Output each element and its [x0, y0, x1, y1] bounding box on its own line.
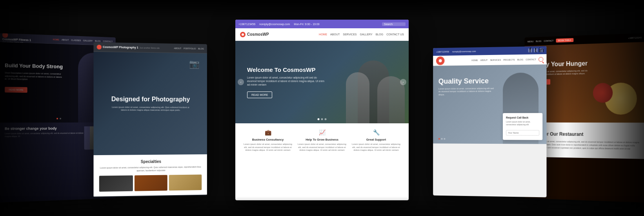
- cosmos-hero-cta[interactable]: READ MORE: [247, 92, 272, 98]
- cosmos-nav: CosmosWP HOME ABOUT SERVICES GALLERY BLO…: [235, 28, 409, 41]
- cosmos-search[interactable]: Search: [382, 22, 406, 26]
- main-scene: CosmosWP Fitness 1 Just another Demo sit…: [0, 0, 644, 216]
- service-1-desc: Lorem ipsum dolor sit amet, consectetur …: [243, 143, 293, 152]
- photo-hero-desc: Lorem ipsum dolor sit amet, consectetur …: [111, 106, 190, 112]
- restaurant-nav-blog[interactable]: BLOG: [536, 40, 542, 42]
- restaurant-nav-contact[interactable]: CONTACT: [544, 40, 553, 42]
- callback-desc: Lorem ipsum dolor sit amet, consectetur …: [506, 121, 539, 126]
- callback-title: Request Call Back: [506, 116, 539, 119]
- callback-name-input[interactable]: [506, 130, 539, 135]
- cosmos-hero-content: Welcome To CosmosWP Lorem ipsum dolor si…: [247, 66, 326, 99]
- cosmos-hero-next[interactable]: ›: [400, 79, 406, 85]
- camera-icon: 📷: [189, 59, 199, 69]
- cosmos-service-1: Business Consultancy Lorem ipsum dolor s…: [243, 129, 293, 152]
- cosmos-logo-text: CosmosWP: [247, 32, 269, 37]
- photo-item-2: [135, 175, 167, 191]
- cosmos-nav-gallery[interactable]: GALLERY: [360, 33, 373, 36]
- fitness-nav-gallery[interactable]: GALLERY: [83, 39, 93, 42]
- agency-callback-form: Request Call Back Lorem ipsum dolor sit …: [503, 113, 542, 140]
- food-plate-2: [593, 83, 613, 103]
- fitness-nav-blog[interactable]: BLOG: [95, 40, 101, 42]
- agency-hero-desc: Lorem ipsum dolor sit amet, consectetur …: [438, 87, 497, 96]
- agency-nav-home[interactable]: HOME: [471, 59, 478, 61]
- photo-hero-title: Designed for Photography: [111, 95, 190, 104]
- restaurant-book-btn[interactable]: BOOK TABLE: [556, 38, 573, 42]
- cosmos-service-3: Great Support Lorem ipsum dolor sit amet…: [351, 129, 401, 152]
- agency-dots: [438, 138, 446, 140]
- photo-hero-text: Designed for Photography Lorem ipsum dol…: [111, 95, 190, 112]
- cosmos-nav-contact[interactable]: CONTACT US: [386, 33, 404, 36]
- photo-nav-blog[interactable]: BLOG: [198, 47, 204, 49]
- cosmos-services: Business Consultancy Lorem ipsum dolor s…: [235, 123, 409, 157]
- photo-hero: 📷 Designed for Photography Lorem ipsum d…: [94, 52, 207, 155]
- twitter-icon[interactable]: t: [534, 48, 538, 52]
- agency-nav-projects[interactable]: PROJECTS: [503, 59, 515, 61]
- restaurant-nav-menu[interactable]: MENU: [528, 40, 533, 42]
- agency-social-icons: f t in: [528, 48, 544, 53]
- agency-dot-2: [441, 138, 443, 140]
- cosmos-nav-links: HOME ABOUT SERVICES GALLERY BLOG CONTACT…: [319, 33, 404, 36]
- fitness-nav-about[interactable]: ABOUT: [62, 38, 69, 41]
- agency-nav: HOME ABOUT SERVICES PROJECTS BLOG CONTAC…: [433, 54, 546, 66]
- agency-nav-about[interactable]: ABOUT: [480, 59, 488, 61]
- agency-nav-contact[interactable]: CONTACT: [526, 58, 536, 60]
- cosmos-hero-dots: [318, 118, 327, 120]
- cosmos-phone: +1987123456: [238, 23, 255, 26]
- support-icon: [373, 129, 380, 136]
- facebook-icon[interactable]: f: [528, 48, 532, 52]
- cosmos-nav-about[interactable]: ABOUT: [330, 33, 340, 36]
- service-1-title: Business Consultancy: [243, 138, 293, 141]
- fitness-nav-home[interactable]: HOME: [53, 38, 59, 41]
- chart-icon: [318, 129, 326, 136]
- photo-logo-text: CosmosWP Photography 1: [103, 46, 138, 49]
- photo-nav-portfolio[interactable]: PORTFOLIO: [184, 47, 196, 49]
- agency-nav-services[interactable]: SERVICES: [490, 59, 501, 61]
- cosmos-logo: CosmosWP: [240, 32, 269, 37]
- photo-specialties: Specialties Lorem ipsum dolor sit amet, …: [94, 154, 207, 197]
- cosmos-hero: Welcome To CosmosWP Lorem ipsum dolor si…: [235, 41, 409, 123]
- cosmos-hero-prev[interactable]: ‹: [238, 79, 244, 85]
- agency-dot-1: [438, 138, 440, 140]
- cosmos-nav-home[interactable]: HOME: [319, 33, 327, 36]
- agency-window: +1987123456 noreply@cosmoswp.com f t in …: [433, 46, 546, 198]
- service-2-title: Help To Grow Business: [297, 138, 347, 141]
- photo-grid: [99, 175, 202, 192]
- top-overlay: [0, 0, 644, 20]
- cosmos-nav-blog[interactable]: BLOG: [376, 33, 383, 36]
- photo-tagline: Just another Demo site: [140, 46, 160, 49]
- agency-hero-title: Quality Service: [438, 77, 541, 86]
- cosmos-logo-icon: [240, 32, 246, 37]
- cosmos-nav-services[interactable]: SERVICES: [343, 33, 357, 36]
- fitness-hero-desc: Short Description Lorem ipsum dolor sit …: [5, 71, 64, 82]
- agency-search-icon[interactable]: [538, 57, 543, 62]
- fitness-dots: [56, 118, 61, 119]
- cosmos-main-window: +1987123456 noreply@cosmoswp.com Mon-Fri…: [235, 20, 409, 200]
- service-3-desc: Lorem ipsum dolor sit amet, consectetur …: [351, 143, 401, 152]
- fitness-nav-classes[interactable]: CLASSES: [71, 39, 81, 42]
- photo-nav-links: ABOUT PORTFOLIO BLOG: [174, 47, 204, 49]
- linkedin-icon[interactable]: in: [539, 48, 543, 52]
- cosmos-contact-info: +1987123456 noreply@cosmoswp.com Mon-Fri…: [238, 23, 320, 26]
- cosmos-dot-2: [321, 118, 323, 120]
- cosmos-hours: Mon-Fri: 9:00 - 19:00: [294, 23, 319, 26]
- restaurant-phone: +1987123245: [628, 37, 642, 39]
- cosmos-hero-person2: [346, 72, 369, 123]
- service-2-desc: Lorem ipsum dolor sit amet, consectetur …: [297, 143, 347, 152]
- cosmos-email: noreply@cosmoswp.com: [259, 23, 290, 26]
- specialties-title: Specialties: [99, 159, 202, 164]
- agency-top-email: noreply@cosmoswp.com: [452, 50, 476, 53]
- fitness-cta-button[interactable]: READ MORE: [5, 87, 27, 93]
- photo-window: CosmosWP Photography 1 Just another Demo…: [94, 42, 207, 198]
- cosmos-dot-3: [325, 118, 327, 120]
- agency-top-phone: +1987123456: [436, 51, 449, 53]
- photo-nav-about[interactable]: ABOUT: [174, 47, 182, 49]
- agency-nav-blog[interactable]: BLOG: [517, 58, 523, 60]
- cosmos-service-2: Help To Grow Business Lorem ipsum dolor …: [297, 129, 347, 152]
- restaurant-nav-links: MENU BLOG CONTACT: [528, 40, 553, 43]
- fitness-dot-1: [56, 118, 58, 119]
- agency-hero: Quality Service Lorem ipsum dolor sit am…: [433, 64, 546, 144]
- fitness-nav-links: HOME ABOUT CLASSES GALLERY BLOG CONTACT: [53, 38, 113, 42]
- briefcase-icon: [264, 129, 271, 136]
- cosmos-top-bar: +1987123456 noreply@cosmoswp.com Mon-Fri…: [235, 20, 409, 28]
- cosmos-search-placeholder: Search: [384, 23, 393, 26]
